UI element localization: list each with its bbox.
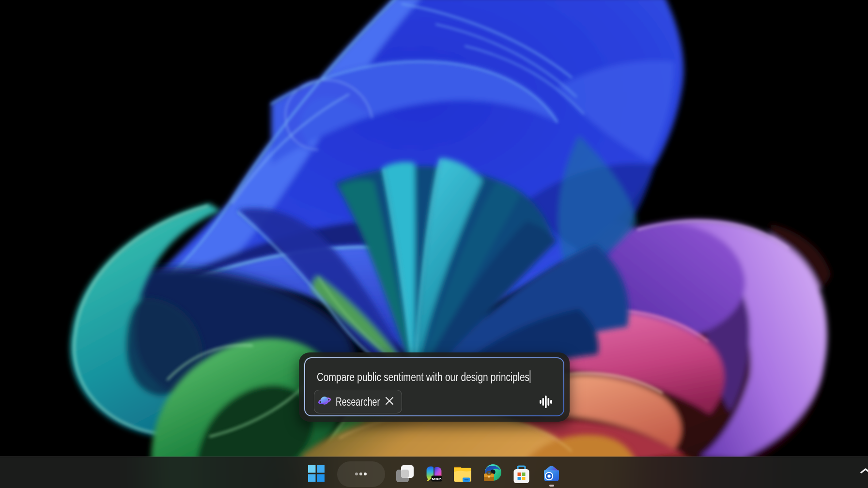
svg-text:M365: M365 [432,477,442,481]
